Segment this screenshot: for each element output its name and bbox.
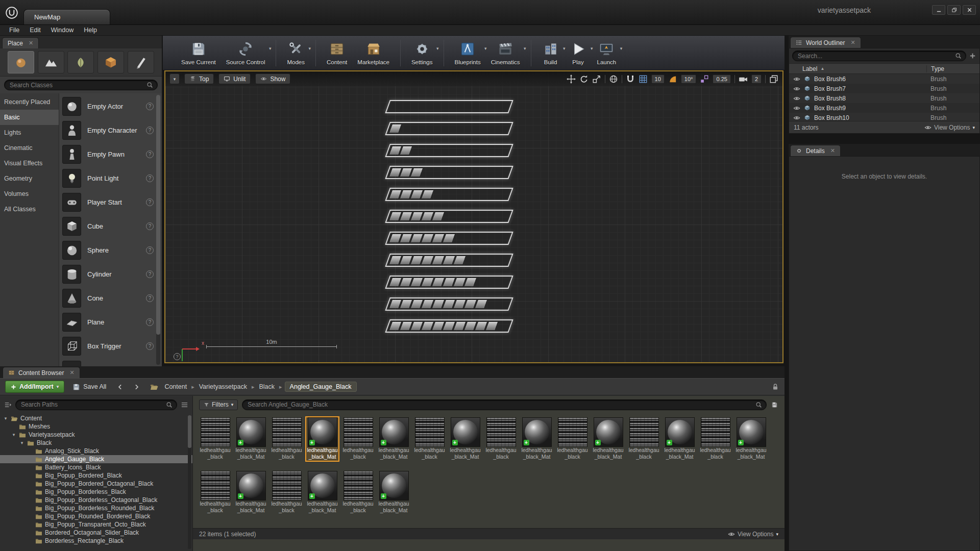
toolbar-play-button[interactable]: ▾Play [565,39,592,67]
folder-big-popup-bordered-black[interactable]: Big_Popup_Bordered_Black [0,471,192,480]
surface-snap-icon[interactable] [626,74,635,84]
mode-landscape-tab[interactable] [38,51,64,73]
toolbar-launch-button[interactable]: ▾Launch [592,39,622,67]
rotation-snap-icon[interactable] [668,74,677,84]
place-item-empty-character[interactable]: Empty Character? [62,118,154,142]
place-item-cylinder[interactable]: Cylinder? [62,262,154,286]
help-icon[interactable]: ? [146,103,154,110]
sources-panel-toggle-icon[interactable] [4,401,12,409]
folder-big-popup-borderless-octagonal-black[interactable]: Big_Popup_Borderless_Octagonal_Black [0,496,192,504]
outliner-row[interactable]: Box Brush6Brush [789,74,979,84]
assets-search-box[interactable] [242,399,767,410]
restore-button[interactable] [947,5,961,15]
close-icon[interactable]: ✕ [850,39,855,46]
asset-tile[interactable]: ledhealthgau_black [271,417,303,461]
minimize-button[interactable] [932,5,945,15]
level-tab[interactable]: NewMap [23,9,110,24]
close-icon[interactable]: ✕ [69,369,74,376]
place-item-sphere[interactable]: Sphere? [62,238,154,262]
help-icon[interactable]: ? [146,270,154,278]
help-icon[interactable]: ? [146,246,154,254]
category-volumes[interactable]: Volumes [0,186,59,202]
help-icon[interactable]: ? [146,174,154,182]
asset-tile[interactable]: +ledhealthgau_black_Mat [306,417,338,461]
asset-tile[interactable]: ledhealthgau_black [342,471,374,514]
tree-scrollbar[interactable] [188,415,191,549]
toolbar-content-button[interactable]: Content [322,39,352,67]
add-filter-icon[interactable] [969,52,976,60]
toolbar-cinematics-button[interactable]: ▾Cinematics [486,39,525,67]
show-flags-button[interactable]: Show [255,73,290,84]
menu-window[interactable]: Window [46,27,79,34]
place-item-player-start[interactable]: Player Start? [62,190,154,214]
expand-arrow-icon[interactable]: ▾ [11,432,16,437]
folder-big-popup-rounded-bordered-black[interactable]: Big_Popup_Rounded_Bordered_Black [0,512,192,520]
place-item-cube[interactable]: Cube? [62,214,154,238]
asset-tile[interactable]: +ledhealthgau_black_Mat [664,417,696,461]
folder-borderless-rectangle-black[interactable]: Borderless_Rectangle_Black [0,537,192,545]
breadcrumb-black[interactable]: Black [257,382,277,392]
viewport-options-button[interactable]: ▾ [169,73,180,84]
place-item-point-light[interactable]: Point Light? [62,166,154,190]
asset-tile[interactable]: +ledhealthgau_black_Mat [235,471,267,514]
help-icon[interactable]: ? [146,318,154,326]
help-icon[interactable]: ? [146,342,154,350]
column-header-type[interactable]: Type [926,65,979,72]
dropdown-arrow-icon[interactable]: ▾ [524,46,526,51]
asset-tile[interactable]: ledhealthgau_black [628,417,660,461]
asset-tile[interactable]: ledhealthgau_black [342,417,374,461]
column-header-label[interactable]: Label▲ [789,65,926,72]
tab-details[interactable]: Details ✕ [790,145,841,156]
camera-speed-icon[interactable] [739,74,748,84]
classes-search-box[interactable] [4,80,158,90]
translate-tool-icon[interactable] [567,74,576,84]
asset-tile[interactable]: +ledhealthgau_black_Mat [378,417,410,461]
history-forward-button[interactable] [131,381,142,392]
breadcrumb-angled-gauge-black[interactable]: Angled_Gauge_Black [285,382,357,392]
dropdown-arrow-icon[interactable]: ▾ [269,46,272,51]
toolbar-save-current-button[interactable]: Save Current [176,39,221,67]
classes-search-input[interactable] [5,82,146,89]
toolbar-build-button[interactable]: ▾Build [537,39,565,67]
folder-varietyassetpack[interactable]: ▾Varietyassetpack [0,431,192,439]
asset-tile[interactable]: +ledhealthgau_black_Mat [521,417,553,461]
scrollbar-thumb[interactable] [188,415,191,448]
folder-meshes[interactable]: Meshes [0,422,192,431]
asset-tile[interactable]: ledhealthgau_black [699,417,731,461]
view-mode-button[interactable]: Top [184,73,214,84]
outliner-view-options-button[interactable]: View Options ▾ [924,124,975,131]
expand-arrow-icon[interactable]: ▾ [19,440,24,445]
breadcrumb-varietyassetpack[interactable]: Varietyassetpack [197,382,249,392]
mode-foliage-tab[interactable] [67,51,94,73]
lock-icon[interactable] [771,383,779,391]
folder-battery-icons-black[interactable]: Battery_Icons_Black [0,463,192,471]
breadcrumb-content[interactable]: Content [162,382,189,392]
toolbar-source-control-button[interactable]: ▾Source Control [221,39,271,67]
mode-brush-tab[interactable] [97,51,124,73]
category-all-classes[interactable]: All Classes [0,202,59,217]
paths-search-input[interactable] [16,401,166,408]
folder-bordered-octagonal-slider-black[interactable]: Bordered_Octagonal_Slider_Black [0,529,192,537]
help-icon[interactable]: ? [146,151,154,158]
tab-world-outliner[interactable]: World Outliner ✕ [790,37,861,48]
folder-big-popup-borderless-black[interactable]: Big_Popup_Borderless_Black [0,488,192,496]
assets-search-input[interactable] [242,401,755,408]
world-coordinate-icon[interactable] [609,74,618,84]
tab-place[interactable]: Place ✕ [2,37,39,48]
asset-tile[interactable]: +ledhealthgau_black_Mat [449,417,481,461]
mode-geometry-tab[interactable] [128,51,154,73]
category-visual-effects[interactable]: Visual Effects [0,156,59,171]
toolbar-blueprints-button[interactable]: ▾Blueprints [450,39,486,67]
menu-edit[interactable]: Edit [24,27,46,34]
expand-arrow-icon[interactable]: ▾ [3,416,8,421]
grid-snap-value[interactable]: 10 [651,74,665,84]
list-view-icon[interactable] [181,401,188,409]
toolbar-marketplace-button[interactable]: Marketplace [352,39,395,67]
category-recently-placed[interactable]: Recently Placed [0,94,59,110]
outliner-search-box[interactable] [792,51,966,61]
save-all-button[interactable]: Save All [69,383,109,391]
asset-tile[interactable]: ledhealthgau_black [199,471,231,514]
help-icon[interactable]: ? [146,198,154,206]
asset-tile[interactable]: +ledhealthgau_black_Mat [378,471,410,514]
assets-view-options-button[interactable]: View Options ▾ [728,531,778,538]
